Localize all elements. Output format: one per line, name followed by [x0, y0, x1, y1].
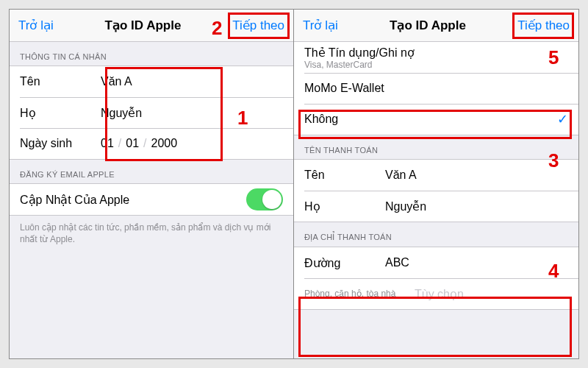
screen-create-id-step1: Trở lại Tạo ID Apple Tiếp theo THÔNG TIN…	[10, 10, 294, 358]
section-header-billing-name: TÊN THANH TOÁN	[294, 135, 578, 159]
birthdate-value[interactable]: 01 / 01 / 2000	[101, 137, 283, 150]
street-value[interactable]: ABC	[385, 256, 568, 269]
navbar: Trở lại Tạo ID Apple Tiếp theo	[294, 10, 578, 42]
birth-month[interactable]: 01	[126, 137, 139, 150]
first-name-value[interactable]: Văn A	[101, 75, 283, 88]
row-apple-updates[interactable]: Cập Nhật Của Apple	[10, 184, 293, 215]
row-street[interactable]: Đường ABC	[294, 247, 578, 278]
unit-label: Phòng, căn hộ, tòa nhà	[304, 289, 415, 299]
birth-day[interactable]: 01	[101, 137, 114, 150]
screen-create-id-step2: Trở lại Tạo ID Apple Tiếp theo Thẻ Tín d…	[294, 10, 578, 358]
section-updates: Cập Nhật Của Apple	[10, 183, 293, 216]
section-billing-name: Tên Văn A Họ Nguyễn	[294, 159, 578, 222]
apple-updates-toggle[interactable]	[246, 188, 283, 210]
section-personal: Tên Văn A Họ Nguyễn Ngày sinh 01 / 01 / …	[10, 66, 293, 160]
billing-last-name-label: Họ	[304, 199, 385, 213]
payment-card-label: Thẻ Tín dụng/Ghi nợ	[304, 46, 415, 60]
first-name-label: Tên	[20, 75, 101, 88]
billing-last-name-value[interactable]: Nguyễn	[385, 199, 568, 213]
navbar: Trở lại Tạo ID Apple Tiếp theo	[10, 10, 293, 42]
nav-title: Tạo ID Apple	[105, 18, 182, 33]
row-billing-last-name[interactable]: Họ Nguyễn	[294, 191, 578, 222]
row-birthdate[interactable]: Ngày sinh 01 / 01 / 2000	[10, 128, 293, 159]
section-header-billing-address: ĐỊA CHỈ THANH TOÁN	[294, 222, 578, 247]
row-payment-none[interactable]: Không ✓	[294, 104, 578, 135]
last-name-label: Họ	[20, 106, 101, 120]
last-name-value[interactable]: Nguyễn	[101, 106, 283, 120]
apple-updates-label: Cập Nhật Của Apple	[20, 193, 129, 207]
nav-title: Tạo ID Apple	[390, 18, 466, 33]
birthdate-label: Ngày sinh	[20, 137, 101, 150]
billing-first-name-label: Tên	[304, 169, 385, 182]
billing-first-name-value[interactable]: Văn A	[385, 169, 568, 182]
section-billing-address: Đường ABC Phòng, căn hộ, tòa nhà Tùy chọ…	[294, 247, 578, 310]
row-unit[interactable]: Phòng, căn hộ, tòa nhà Tùy chọn	[294, 278, 578, 309]
date-separator: /	[118, 137, 121, 150]
apple-updates-footer: Luôn cập nhật các tin tức, phần mềm, sản…	[10, 216, 293, 245]
nav-next-button[interactable]: Tiếp theo	[517, 18, 570, 33]
checkmark-icon: ✓	[557, 111, 568, 127]
street-label: Đường	[304, 256, 385, 270]
section-header-email: ĐĂNG KÝ EMAIL APPLE	[10, 160, 293, 183]
date-separator: /	[143, 137, 146, 150]
section-header-personal: THÔNG TIN CÁ NHÂN	[10, 42, 293, 66]
nav-next-button[interactable]: Tiếp theo	[232, 18, 284, 33]
row-last-name[interactable]: Họ Nguyễn	[10, 97, 293, 128]
birth-year[interactable]: 2000	[151, 137, 178, 150]
payment-none-label: Không	[304, 113, 338, 126]
payment-momo-label: MoMo E-Wallet	[304, 82, 384, 95]
row-billing-first-name[interactable]: Tên Văn A	[294, 160, 578, 191]
nav-back-button[interactable]: Trở lại	[303, 18, 338, 33]
section-payment-method: Thẻ Tín dụng/Ghi nợ Visa, MasterCard MoM…	[294, 42, 578, 135]
payment-card-subtitle: Visa, MasterCard	[304, 60, 372, 70]
toggle-knob	[262, 190, 282, 209]
row-payment-card[interactable]: Thẻ Tín dụng/Ghi nợ Visa, MasterCard	[294, 42, 578, 73]
row-payment-momo[interactable]: MoMo E-Wallet	[294, 73, 578, 104]
nav-back-button[interactable]: Trở lại	[18, 18, 54, 33]
unit-placeholder[interactable]: Tùy chọn	[415, 287, 568, 301]
row-first-name[interactable]: Tên Văn A	[10, 66, 293, 97]
